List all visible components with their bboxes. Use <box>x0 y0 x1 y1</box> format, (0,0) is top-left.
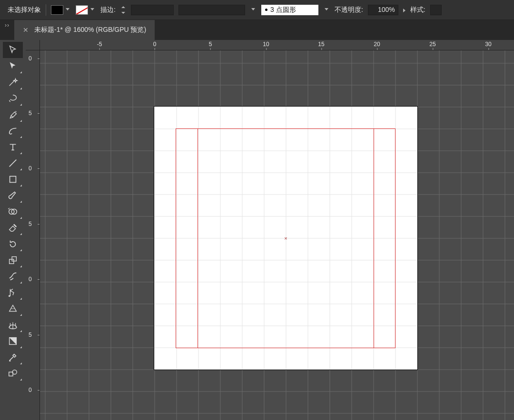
selection-status: 未选择对象 <box>8 6 41 14</box>
ruler-tick: 10 <box>263 41 269 48</box>
collapse-panels-handle[interactable]: ›› <box>0 20 14 40</box>
blend-tool[interactable] <box>3 365 23 381</box>
ruler-tick: 0 <box>29 165 32 172</box>
opacity-input[interactable]: 100% <box>368 5 398 15</box>
stroke-profile-dropdown[interactable]: 3 点圆形 <box>261 5 318 15</box>
chevron-down-icon <box>64 7 71 13</box>
svg-rect-0 <box>10 176 16 183</box>
ruler-tick: 0 <box>29 276 32 283</box>
close-tab-icon[interactable]: ✕ <box>23 26 29 34</box>
stroke-label: 描边: <box>100 6 116 14</box>
ruler-tick: 15 <box>318 41 324 48</box>
ruler-origin[interactable] <box>26 40 40 50</box>
perspective-grid-tool[interactable] <box>3 317 23 333</box>
svg-rect-3 <box>10 259 14 264</box>
free-transform-tool[interactable] <box>3 301 23 317</box>
width-tool[interactable] <box>3 268 23 284</box>
direct-selection-tool[interactable] <box>3 58 23 74</box>
style-label: 样式: <box>410 6 425 14</box>
workspace: -5051015202530 0505050 × <box>26 40 514 420</box>
chevron-down-icon <box>323 7 330 13</box>
artboard-center-mark-icon: × <box>284 235 287 241</box>
horizontal-ruler[interactable]: -5051015202530 <box>40 40 514 50</box>
ruler-tick: 30 <box>485 41 491 48</box>
document-tab-bar: ›› ✕ 未标题-1* @ 1600% (RGB/GPU 预览) <box>0 20 514 40</box>
ruler-tick: 5 <box>29 332 32 338</box>
puppet-warp-tool[interactable] <box>3 284 23 301</box>
profile-dot-icon <box>265 9 267 11</box>
chevron-down-icon <box>89 7 96 13</box>
tools-panel <box>0 40 26 420</box>
svg-rect-4 <box>12 257 16 261</box>
stroke-weight-input[interactable] <box>131 5 174 15</box>
fill-swatch-dropdown[interactable] <box>51 5 71 15</box>
separator <box>46 4 46 16</box>
chevron-right-icon <box>403 6 405 14</box>
lasso-tool[interactable] <box>3 90 23 107</box>
stroke-profile-text: 3 点圆形 <box>270 6 296 14</box>
stroke-swatch-dropdown[interactable] <box>76 5 96 15</box>
scale-tool[interactable] <box>3 252 23 268</box>
ruler-tick: 0 <box>153 41 157 48</box>
ruler-tick: 5 <box>209 41 212 48</box>
vertical-ruler[interactable]: 0505050 <box>26 50 40 420</box>
eyedropper-tool[interactable] <box>3 349 23 365</box>
graphic-style-dropdown[interactable] <box>430 5 442 15</box>
fill-swatch-icon <box>51 5 63 15</box>
ruler-tick: 25 <box>429 41 435 48</box>
stroke-weight-stepper[interactable] <box>120 5 126 15</box>
rotate-tool[interactable] <box>3 236 23 252</box>
brush-definition-dropdown[interactable] <box>178 5 245 15</box>
line-tool[interactable] <box>3 155 23 171</box>
selection-tool[interactable] <box>3 42 23 58</box>
eraser-tool[interactable] <box>3 220 23 236</box>
ruler-tick: 0 <box>29 387 32 393</box>
pen-tool[interactable] <box>3 107 23 123</box>
options-bar: 未选择对象 描边: 3 点圆形 不透明度: 100% 样式: <box>0 0 514 20</box>
ruler-tick: 5 <box>29 110 32 117</box>
artboard[interactable]: × <box>154 107 417 370</box>
ruler-tick: 20 <box>374 41 380 48</box>
ruler-tick: 0 <box>29 55 32 62</box>
magic-wand-tool[interactable] <box>3 74 23 90</box>
rectangle-tool[interactable] <box>3 171 23 187</box>
paintbrush-tool[interactable] <box>3 187 23 204</box>
document-tab[interactable]: ✕ 未标题-1* @ 1600% (RGB/GPU 预览) <box>14 20 155 40</box>
canvas-viewport[interactable]: × <box>40 50 514 420</box>
gradient-tool[interactable] <box>3 333 23 349</box>
ruler-tick: 5 <box>29 221 32 227</box>
ruler-tick: -5 <box>97 41 102 48</box>
shape-builder-tool[interactable] <box>3 204 23 220</box>
document-tab-title: 未标题-1* @ 1600% (RGB/GPU 预览) <box>34 26 146 34</box>
curvature-tool[interactable] <box>3 123 23 139</box>
chevron-down-icon <box>250 7 257 13</box>
opacity-label: 不透明度: <box>335 6 363 14</box>
type-tool[interactable] <box>3 139 23 155</box>
svg-point-5 <box>9 295 10 297</box>
stroke-swatch-none-icon <box>76 5 88 15</box>
